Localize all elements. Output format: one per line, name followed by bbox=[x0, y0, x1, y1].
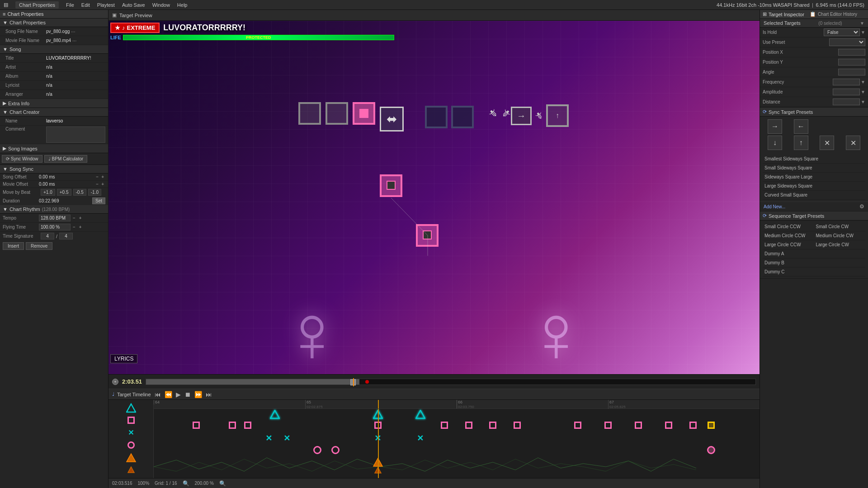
status-zoom[interactable]: 100% bbox=[138, 481, 150, 486]
section-chart-creator[interactable]: ▼ Chart Creator bbox=[0, 108, 108, 117]
progress-bar[interactable] bbox=[146, 379, 756, 385]
position-y-input[interactable] bbox=[838, 59, 865, 66]
use-preset-dropdown[interactable] bbox=[829, 38, 865, 46]
song-offset-minus[interactable]: − bbox=[94, 174, 100, 179]
section-chart-properties[interactable]: ▼ Chart Properties bbox=[0, 19, 108, 27]
section-song-sync[interactable]: ▼ Song Sync bbox=[0, 165, 108, 174]
tl-note-sq-6[interactable] bbox=[465, 422, 472, 429]
section-song-images[interactable]: ▶ Song Images bbox=[0, 144, 108, 153]
tl-note-sq-13[interactable] bbox=[689, 422, 697, 429]
amplitude-input[interactable] bbox=[833, 89, 860, 95]
arrow-center-btn[interactable]: ✕ bbox=[820, 136, 834, 150]
flying-time-input[interactable] bbox=[39, 224, 71, 230]
menu-playtest[interactable]: Playtest bbox=[97, 2, 115, 8]
gear-button[interactable]: ⚙ bbox=[859, 203, 864, 210]
is-hold-dropdown[interactable]: False True bbox=[824, 28, 860, 36]
tl-play[interactable]: ▶ bbox=[175, 391, 182, 398]
tl-note-sq-3[interactable] bbox=[244, 422, 251, 429]
frequency-input[interactable] bbox=[833, 79, 860, 85]
arrow-down-btn[interactable]: ↓ bbox=[768, 136, 782, 150]
section-extra-info[interactable]: ▶ Extra Info bbox=[0, 99, 108, 108]
tl-note-sq-8[interactable] bbox=[514, 422, 521, 429]
seq-large-ccw[interactable]: Large Circle CCW bbox=[763, 241, 814, 248]
note-pink-center[interactable] bbox=[353, 102, 375, 125]
section-chart-rhythm[interactable]: ▼ Chart Rhythm (128.00 BPM) bbox=[0, 205, 108, 214]
creator-name-value[interactable]: lavverso bbox=[46, 118, 63, 123]
zoom-in-icon[interactable]: 🔍 bbox=[219, 480, 226, 487]
insert-btn[interactable]: Insert bbox=[3, 242, 24, 250]
arrow-target[interactable]: ⬌ bbox=[380, 107, 404, 131]
seq-small-ccw[interactable]: Small Circle CCW bbox=[763, 223, 814, 230]
sync-presets-header[interactable]: ⟳ Sync Target Presets bbox=[760, 108, 868, 117]
tl-note-sq-2[interactable] bbox=[229, 422, 236, 429]
note-dark-2[interactable] bbox=[451, 106, 474, 128]
tl-note-x-2[interactable]: ✕ bbox=[283, 433, 290, 443]
note-gray-2[interactable] bbox=[326, 102, 348, 125]
creator-comment-input[interactable] bbox=[46, 127, 105, 143]
tl-rewind[interactable]: ⏪ bbox=[164, 391, 173, 398]
tl-note-x-1[interactable]: ✕ bbox=[265, 433, 272, 443]
lyricist-value[interactable]: n/a bbox=[46, 83, 52, 88]
section-song[interactable]: ▼ Song bbox=[0, 45, 108, 54]
tempo-input[interactable] bbox=[39, 215, 71, 221]
chart-properties-tab[interactable]: Chart Properties bbox=[15, 1, 59, 9]
preset-sideways-large[interactable]: Sideways Square Large bbox=[763, 174, 865, 180]
tl-note-circle-1[interactable] bbox=[313, 446, 321, 454]
menu-help[interactable]: Help bbox=[177, 2, 188, 8]
tempo-minus[interactable]: − bbox=[71, 216, 77, 221]
seq-dummy-b[interactable]: Dummy B bbox=[763, 259, 814, 266]
beat-plus05[interactable]: +0.5 bbox=[57, 189, 71, 196]
right-arrow[interactable]: → bbox=[511, 107, 532, 125]
seq-dummy-c[interactable]: Dummy C bbox=[763, 268, 814, 275]
seq-medium-cw[interactable]: Medium Circle CW bbox=[814, 232, 866, 239]
tl-note-circle-2[interactable] bbox=[331, 446, 340, 454]
tl-note-sq-1[interactable] bbox=[193, 422, 200, 429]
album-value[interactable]: n/a bbox=[46, 74, 52, 79]
seq-medium-ccw[interactable]: Medium Circle CCW bbox=[763, 232, 814, 239]
flying-time-minus[interactable]: − bbox=[71, 225, 77, 230]
selected-dropdown-arrow[interactable]: ▼ bbox=[860, 21, 864, 26]
seq-presets-header[interactable]: ⟳ Sequence Target Presets bbox=[760, 211, 868, 221]
seq-dummy-a[interactable]: Dummy A bbox=[763, 250, 814, 257]
movie-file-browse[interactable]: ··· bbox=[71, 38, 78, 43]
song-offset-plus[interactable]: + bbox=[100, 174, 105, 179]
sword-right[interactable]: 🗡 bbox=[533, 109, 546, 122]
menu-autosave[interactable]: Auto Save bbox=[122, 2, 145, 8]
tl-stop[interactable]: ⏹ bbox=[184, 391, 192, 398]
right-square[interactable]: ↑ bbox=[546, 104, 569, 127]
bpm-calc-btn[interactable]: ♩ BPM Calculator bbox=[44, 155, 87, 163]
duration-set-btn[interactable]: Set bbox=[92, 197, 105, 204]
arrow-right-btn[interactable]: → bbox=[768, 119, 782, 134]
note-dark-1[interactable] bbox=[425, 106, 448, 128]
tl-note-tri-1[interactable] bbox=[270, 410, 280, 421]
menu-file[interactable]: File bbox=[66, 2, 74, 8]
preset-large-sideways[interactable]: Large Sideways Square bbox=[763, 183, 865, 189]
tl-note-sq-9[interactable] bbox=[574, 422, 581, 429]
artist-value[interactable]: n/a bbox=[46, 65, 52, 70]
arrow-left-btn[interactable]: ← bbox=[794, 119, 808, 134]
arrow-up-btn[interactable]: ↑ bbox=[794, 136, 808, 150]
tl-note-tri-3[interactable] bbox=[415, 410, 425, 421]
tl-note-sq-12[interactable] bbox=[665, 422, 672, 429]
tl-note-x-4[interactable]: ✕ bbox=[417, 433, 424, 443]
position-x-input[interactable] bbox=[838, 49, 865, 56]
tl-note-sq-7[interactable] bbox=[489, 422, 496, 429]
angle-input[interactable] bbox=[838, 69, 865, 75]
tl-skip-start[interactable]: ⏮ bbox=[154, 391, 162, 398]
tl-forward[interactable]: ⏩ bbox=[193, 391, 203, 398]
flying-time-plus[interactable]: + bbox=[78, 225, 83, 230]
note-gray-1[interactable] bbox=[298, 102, 321, 125]
distance-input[interactable] bbox=[833, 99, 860, 105]
menu-window[interactable]: Window bbox=[152, 2, 170, 8]
add-new-link[interactable]: Add New... bbox=[764, 204, 785, 209]
beat-plus1[interactable]: +1.0 bbox=[41, 189, 55, 196]
note-pink-lower[interactable] bbox=[416, 224, 439, 247]
preset-curved-small[interactable]: Curved Small Square bbox=[763, 192, 865, 198]
beat-minus1[interactable]: -1.0 bbox=[88, 189, 101, 196]
preview-area[interactable]: ♀ ♀ ★ ♪ EXTREME LUVORATORRRRRY! LIFE bbox=[108, 21, 760, 374]
tl-note-sq-11[interactable] bbox=[635, 422, 642, 429]
arrow-x-btn[interactable]: ✕ bbox=[846, 136, 860, 150]
arranger-value[interactable]: n/a bbox=[46, 92, 52, 97]
movie-offset-minus[interactable]: − bbox=[94, 182, 100, 187]
song-file-browse[interactable]: ··· bbox=[70, 29, 76, 34]
